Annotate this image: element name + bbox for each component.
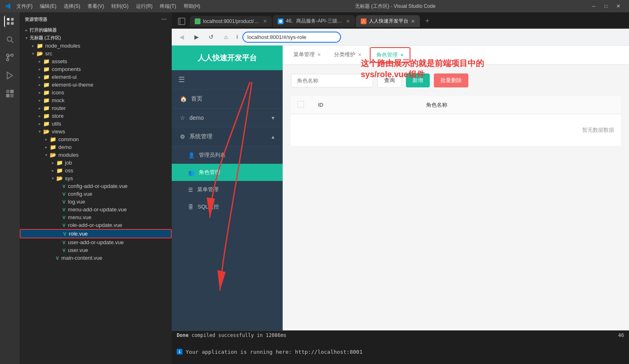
menu-item-edit[interactable]: 编辑(E) [37, 3, 59, 10]
select-all-checkbox[interactable] [297, 101, 304, 108]
tree-item-store[interactable]: ▸ 📁 store [20, 112, 172, 120]
open-editors-label: 打开的编辑器 [30, 27, 172, 33]
activity-debug[interactable] [4, 70, 16, 81]
nav-item-admin[interactable]: 👤 管理员列表 [172, 147, 283, 164]
menu-item-file[interactable]: 文件(F) [14, 3, 35, 10]
tree-item-menu[interactable]: ▸ V menu.vue [20, 213, 172, 221]
vue-file-icon: V [63, 231, 66, 236]
menu-icon: ☰ [188, 187, 193, 193]
maximize-button[interactable]: □ [600, 2, 612, 11]
tree-item-utils[interactable]: ▸ 📁 utils [20, 120, 172, 128]
tab-favicon-api [278, 18, 283, 24]
new-tab-button[interactable]: + [422, 16, 433, 27]
tree-item-views[interactable]: ▾ 📂 views [20, 128, 172, 135]
menu-item-run[interactable]: 运行(R) [134, 3, 155, 10]
browser-chrome: ◀ ▶ ↺ ⌂ ℹ [172, 29, 629, 46]
tree-item-components[interactable]: ▸ 📁 components [20, 65, 172, 73]
query-button[interactable]: 查询 [377, 73, 402, 88]
role-name-input[interactable] [291, 74, 373, 87]
address-bar-input[interactable] [242, 32, 341, 43]
tree-item-oss[interactable]: ▸ 📁 oss [20, 167, 172, 174]
tree-item-modules[interactable]: ▾ 📂 modules [20, 151, 172, 159]
nav-item-role[interactable]: 👥 角色管理 [172, 164, 283, 181]
hamburger-icon[interactable]: ☰ [178, 75, 185, 84]
tree-item-router[interactable]: ▸ 📁 router [20, 104, 172, 112]
activity-explorer[interactable] [4, 16, 16, 27]
nav-item-menu[interactable]: ☰ 菜单管理 [172, 181, 283, 198]
tree-item-config-add[interactable]: ▸ V config-add-or-update.vue [20, 182, 172, 190]
tree-item-node-modules[interactable]: ▸ 📁 node_modules [20, 42, 172, 50]
menu-item-view[interactable]: 查看(V) [85, 3, 106, 10]
tab-label: 46、商品服务-API-三级分类-配... [286, 18, 343, 25]
tree-item-element-ui[interactable]: ▸ 📁 element-ui [20, 73, 172, 81]
app-tab-menu[interactable]: 菜单管理 ✕ [287, 46, 327, 64]
address-bar-wrapper [242, 32, 341, 43]
app-logo: 人人快速开发平台 [172, 46, 283, 70]
browser-sidebar-icon[interactable] [175, 15, 188, 28]
tree-item-config[interactable]: ▸ V config.vue [20, 190, 172, 198]
tab-close-icon[interactable]: ✕ [263, 18, 267, 24]
chevron-right-icon: ▸ [36, 106, 43, 110]
tree-item-mock[interactable]: ▸ 📁 mock [20, 96, 172, 104]
minimize-button[interactable]: ─ [588, 2, 599, 11]
chevron-down-icon: ▾ [23, 36, 30, 40]
tree-item-job[interactable]: ▸ 📁 job [20, 159, 172, 167]
forward-button[interactable]: ▶ [191, 31, 202, 43]
hamburger-menu[interactable]: ☰ [172, 70, 283, 89]
search-bar: 查询 新增 批量删除 [291, 73, 621, 88]
explorer-more-button[interactable]: ··· [161, 16, 167, 23]
tree-item-main-content[interactable]: ▸ V main-content.vue [20, 254, 172, 262]
activity-search[interactable] [4, 34, 16, 45]
workspace-section[interactable]: ▾ 无标题 (工作区) [20, 34, 172, 42]
tree-item-user-add[interactable]: ▸ V user-add-or-update.vue [20, 238, 172, 246]
tab-label: 角色管理 [376, 51, 398, 59]
activity-git[interactable] [4, 52, 16, 63]
nav-section-sys[interactable]: ⚙ 系统管理 ▴ [172, 127, 283, 147]
tab-close-icon[interactable]: ✕ [400, 53, 404, 58]
tree-item-demo[interactable]: ▸ 📁 demo [20, 143, 172, 151]
menu-item-terminal[interactable]: 终端(T) [157, 3, 178, 10]
menu-item-select[interactable]: 选择(S) [61, 3, 83, 10]
tab-close-icon[interactable]: ✕ [358, 52, 362, 57]
vue-file-icon: V [62, 207, 65, 212]
menu-item-goto[interactable]: 转到(G) [109, 3, 131, 10]
tree-item-menu-add[interactable]: ▸ V menu-add-or-update.vue [20, 206, 172, 213]
tree-item-role-vue[interactable]: ▸ V role.vue [20, 229, 172, 238]
app-tab-role[interactable]: 角色管理 ✕ [370, 47, 410, 63]
tree-item-sys[interactable]: ▾ 📂 sys [20, 174, 172, 182]
browser-tab-renren[interactable]: 人 人人快速开发平台 ✕ [356, 15, 420, 27]
role-icon: 👥 [188, 169, 195, 176]
reload-button[interactable]: ↺ [205, 31, 217, 43]
role-table: ID 角色名称 暂无数据数据 [291, 96, 621, 147]
activity-extensions[interactable] [4, 88, 16, 99]
tree-item-src[interactable]: ▾ 📂 src [20, 50, 172, 57]
window-title: 无标题 (工作区) - Visual Studio Code [355, 3, 435, 10]
tab-close-icon[interactable]: ✕ [411, 18, 415, 24]
tab-close-icon[interactable]: ✕ [346, 18, 350, 24]
vue-file-icon: V [62, 223, 65, 228]
nav-item-demo[interactable]: ☆ demo ▾ [172, 109, 283, 127]
batch-delete-button[interactable]: 批量删除 [434, 73, 468, 87]
menu-item-help[interactable]: 帮助(H) [181, 3, 203, 10]
app-tab-category[interactable]: 分类维护 ✕ [327, 46, 368, 64]
open-editors-section[interactable]: ▸ 打开的编辑器 [20, 26, 172, 34]
tree-item-user[interactable]: ▸ V user.vue [20, 246, 172, 254]
tree-item-icons[interactable]: ▸ 📁 icons [20, 89, 172, 96]
add-button[interactable]: 新增 [406, 73, 430, 87]
nav-item-home[interactable]: 🏠 首页 [172, 89, 283, 109]
tab-label: 菜单管理 [293, 51, 315, 58]
tree-item-log[interactable]: ▸ V log.vue [20, 198, 172, 206]
browser-tab-api[interactable]: 46、商品服务-API-三级分类-配... ✕ [273, 15, 355, 27]
browser-tab-localhost[interactable]: localhost:9001/product/category ✕ [190, 16, 272, 27]
close-button[interactable]: ✕ [613, 2, 624, 11]
tree-item-element-ui-theme[interactable]: ▸ 📁 element-ui-theme [20, 81, 172, 89]
tab-close-icon[interactable]: ✕ [317, 52, 321, 57]
home-button[interactable]: ⌂ [220, 31, 232, 43]
tree-item-common[interactable]: ▸ 📁 common [20, 135, 172, 143]
vue-file-icon: V [62, 184, 65, 189]
tree-item-assets[interactable]: ▸ 📁 assets [20, 57, 172, 65]
folder-icon: 📁 [43, 121, 50, 127]
nav-item-sql[interactable]: 🗄 SQL监控 [172, 198, 283, 215]
tree-item-role-add[interactable]: ▸ V role-add-or-update.vue [20, 221, 172, 229]
back-button[interactable]: ◀ [176, 31, 187, 43]
